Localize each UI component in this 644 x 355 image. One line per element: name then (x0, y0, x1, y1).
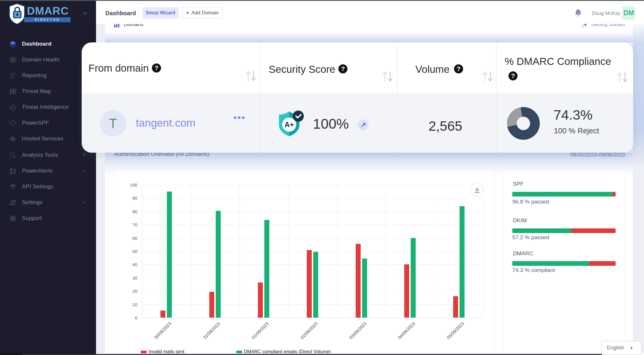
svg-text:A+: A+ (285, 120, 294, 129)
